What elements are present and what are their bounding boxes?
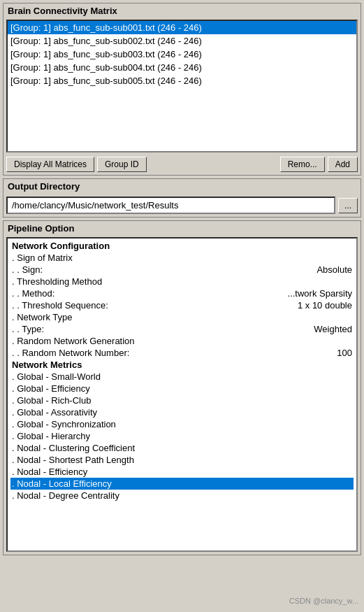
display-all-button[interactable]: Display All Matrices [6, 157, 94, 172]
bcm-section: Brain Connectivity Matrix [Group: 1] abs… [3, 3, 361, 176]
pipeline-title: Pipeline Option [3, 221, 361, 236]
pipeline-list-item[interactable]: . Thresholding Method [10, 276, 354, 287]
pipeline-list-item[interactable]: Network Metrics [10, 359, 354, 371]
pipeline-item-label: . . Sign: [12, 264, 43, 275]
pipeline-list-item[interactable]: . . Method:...twork Sparsity [10, 287, 354, 299]
pipeline-item-value: 100 [337, 348, 352, 358]
pipeline-section: Pipeline Option Network Configuration. S… [3, 220, 361, 555]
pipeline-list-item[interactable]: . Network Type [10, 311, 354, 323]
pipeline-item-value: ...twork Sparsity [288, 288, 352, 299]
group-id-button[interactable]: Group ID [97, 157, 147, 172]
pipeline-item-label: . . Threshold Sequence: [12, 300, 108, 311]
bcm-toolbar: Display All Matrices Group ID Remo... Ad… [3, 154, 361, 175]
bcm-list[interactable]: [Group: 1] abs_func_sub-sub001.txt (246 … [6, 20, 358, 152]
remove-button[interactable]: Remo... [280, 157, 325, 172]
pipeline-list-item[interactable]: . Nodal - Clustering Coefficient [10, 442, 354, 454]
add-button[interactable]: Add [328, 157, 358, 172]
pipeline-list-item[interactable]: . Global - Rich-Club [10, 394, 354, 406]
bcm-title: Brain Connectivity Matrix [3, 3, 361, 18]
pipeline-list-item[interactable]: . Global - Synchronization [10, 418, 354, 430]
pipeline-list-item[interactable]: . Nodal - Efficiency [10, 466, 354, 478]
pipeline-item-label: . . Random Network Number: [12, 348, 129, 358]
pipeline-list-item[interactable]: . Global - Assorativity [10, 406, 354, 418]
pipeline-list-item[interactable]: . Sign of Matrix [10, 252, 354, 264]
output-title: Output Directory [3, 179, 361, 194]
output-path-field[interactable]: /home/clancy/Music/network_test/Results [6, 197, 335, 214]
bcm-list-item[interactable]: [Group: 1] abs_func_sub-sub004.txt (246 … [8, 61, 356, 74]
pipeline-list-item[interactable]: . . Threshold Sequence:1 x 10 double [10, 299, 354, 311]
pipeline-item-label: . . Method: [12, 288, 54, 299]
bcm-list-item[interactable]: [Group: 1] abs_func_sub-sub002.txt (246 … [8, 34, 356, 48]
bcm-list-item[interactable]: [Group: 1] abs_func_sub-sub003.txt (246 … [8, 48, 356, 61]
pipeline-list-item[interactable]: . . Sign:Absolute [10, 264, 354, 276]
pipeline-list-item[interactable]: . Global - Small-World [10, 371, 354, 383]
pipeline-item-label: . . Type: [12, 324, 44, 334]
output-section: Output Directory /home/clancy/Music/netw… [3, 178, 361, 218]
pipeline-list-item[interactable]: . Nodal - Degree Centrality [10, 490, 354, 501]
pipeline-item-value: 1 x 10 double [298, 300, 352, 311]
pipeline-list-item[interactable]: Network Configuration [10, 240, 354, 252]
pipeline-list-item[interactable]: . Global - Efficiency [10, 383, 354, 394]
pipeline-list-item[interactable]: . Nodal - Local Efficiency [10, 478, 354, 490]
browse-button[interactable]: ... [338, 198, 358, 213]
pipeline-item-value: Absolute [316, 264, 352, 275]
output-row: /home/clancy/Music/network_test/Results … [3, 194, 361, 217]
pipeline-list[interactable]: Network Configuration. Sign of Matrix. .… [6, 237, 358, 552]
pipeline-list-item[interactable]: . Random Network Generation [10, 335, 354, 347]
pipeline-list-item[interactable]: . . Type:Weighted [10, 323, 354, 335]
pipeline-list-item[interactable]: . Global - Hierarchy [10, 430, 354, 442]
bcm-list-item[interactable]: [Group: 1] abs_func_sub-sub005.txt (246 … [8, 74, 356, 87]
watermark: CSDN @clancy_w... [289, 597, 358, 605]
pipeline-list-item[interactable]: . Nodal - Shortest Path Length [10, 454, 354, 466]
bcm-list-item[interactable]: [Group: 1] abs_func_sub-sub001.txt (246 … [8, 21, 356, 34]
pipeline-item-value: Weighted [314, 324, 352, 334]
pipeline-list-item[interactable]: . . Random Network Number:100 [10, 347, 354, 359]
